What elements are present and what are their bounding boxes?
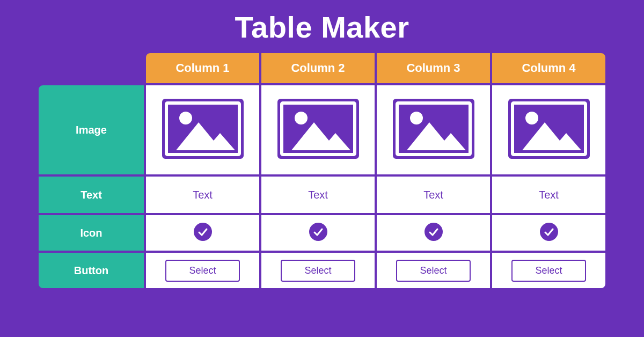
- cell-text-4: Text: [491, 175, 606, 214]
- svg-point-19: [540, 223, 558, 241]
- cell-button-2: Select: [260, 252, 376, 289]
- column-header-1: Column 1: [145, 52, 260, 84]
- cell-image-4: [491, 84, 606, 175]
- checkmark-circle-icon: [540, 223, 558, 241]
- cell-button-3: Select: [376, 252, 491, 289]
- column-header-2: Column 2: [260, 52, 376, 84]
- svg-point-14: [525, 112, 538, 124]
- cell-icon-3: [376, 214, 491, 252]
- cell-text-1: Text: [145, 175, 260, 214]
- svg-point-18: [425, 223, 443, 241]
- checkmark-circle-icon: [194, 223, 212, 241]
- row-header-button: Button: [38, 252, 145, 289]
- cell-button-4: Select: [491, 252, 606, 289]
- cell-button-1: Select: [145, 252, 260, 289]
- cell-image-3: [376, 84, 491, 175]
- row-header-icon: Icon: [38, 214, 145, 252]
- cell-image-2: [260, 84, 376, 175]
- image-placeholder-icon: [275, 97, 361, 161]
- table-corner-blank: [38, 52, 145, 84]
- svg-point-2: [179, 112, 192, 124]
- select-button[interactable]: Select: [281, 260, 355, 282]
- cell-text-3: Text: [376, 175, 491, 214]
- svg-point-6: [295, 112, 308, 124]
- cell-icon-2: [260, 214, 376, 252]
- page-title: Table Maker: [235, 10, 409, 45]
- checkmark-circle-icon: [425, 223, 443, 241]
- checkmark-circle-icon: [309, 223, 327, 241]
- table-container: Column 1 Column 2 Column 3 Column 4 Imag…: [38, 52, 606, 289]
- image-placeholder-icon: [160, 97, 246, 161]
- select-button[interactable]: Select: [165, 260, 239, 282]
- cell-image-1: [145, 84, 260, 175]
- column-header-3: Column 3: [376, 52, 491, 84]
- row-header-text: Text: [38, 175, 145, 214]
- image-placeholder-icon: [391, 97, 477, 161]
- cell-icon-1: [145, 214, 260, 252]
- svg-point-16: [194, 223, 212, 241]
- svg-point-10: [410, 112, 423, 124]
- row-header-image: Image: [38, 84, 145, 175]
- column-header-4: Column 4: [491, 52, 606, 84]
- select-button[interactable]: Select: [396, 260, 470, 282]
- cell-text-2: Text: [260, 175, 376, 214]
- select-button[interactable]: Select: [511, 260, 586, 282]
- demo-table: Column 1 Column 2 Column 3 Column 4 Imag…: [38, 52, 606, 289]
- cell-icon-4: [491, 214, 606, 252]
- image-placeholder-icon: [506, 97, 592, 161]
- svg-point-17: [309, 223, 327, 241]
